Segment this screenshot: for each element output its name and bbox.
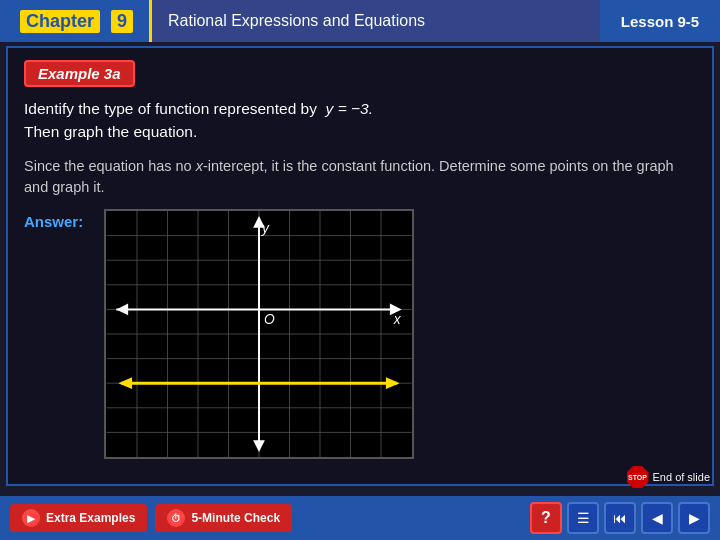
next-icon: ▶: [689, 510, 700, 526]
chapter-number: 9: [111, 10, 133, 33]
prev-icon: ◀: [652, 510, 663, 526]
header: Chapter 9 Rational Expressions and Equat…: [0, 0, 720, 42]
main-content: Example 3a Identify the type of function…: [6, 46, 714, 486]
svg-marker-28: [118, 377, 132, 389]
svg-marker-19: [116, 303, 128, 315]
graph-svg: y x O: [106, 211, 412, 457]
prev-prev-icon: ⏮: [613, 510, 627, 526]
answer-row: Answer:: [24, 209, 696, 459]
stop-sign-icon: STOP: [627, 466, 649, 488]
menu-button[interactable]: ☰: [567, 502, 599, 534]
prev-prev-button[interactable]: ⏮: [604, 502, 636, 534]
menu-icon: ☰: [577, 510, 590, 526]
graph-area: y x O: [104, 209, 414, 459]
end-of-slide: STOP End of slide: [627, 466, 710, 488]
five-minute-check-button[interactable]: ⏱ 5-Minute Check: [155, 504, 292, 532]
extra-examples-button[interactable]: ▶ Extra Examples: [10, 504, 147, 532]
chapter-text: Chapter: [20, 10, 100, 33]
help-button[interactable]: ?: [530, 502, 562, 534]
header-lesson: Lesson 9-5: [600, 0, 720, 42]
svg-text:y: y: [261, 221, 270, 236]
prev-button[interactable]: ◀: [641, 502, 673, 534]
chapter-label: Chapter 9: [0, 0, 152, 42]
svg-marker-23: [253, 440, 265, 452]
svg-text:O: O: [264, 312, 275, 327]
svg-text:x: x: [393, 312, 402, 327]
problem-text: Identify the type of function represente…: [24, 97, 696, 144]
answer-label: Answer:: [24, 213, 94, 230]
extra-examples-icon: ▶: [22, 509, 40, 527]
next-button[interactable]: ▶: [678, 502, 710, 534]
bottom-bar: ▶ Extra Examples ⏱ 5-Minute Check ? ☰ ⏮ …: [0, 496, 720, 540]
example-badge: Example 3a: [24, 60, 135, 87]
solution-text: Since the equation has no x-intercept, i…: [24, 156, 696, 200]
navigation-icons: ? ☰ ⏮ ◀ ▶: [530, 502, 710, 534]
five-minute-icon: ⏱: [167, 509, 185, 527]
svg-marker-29: [386, 377, 400, 389]
header-title: Rational Expressions and Equations: [152, 0, 600, 42]
